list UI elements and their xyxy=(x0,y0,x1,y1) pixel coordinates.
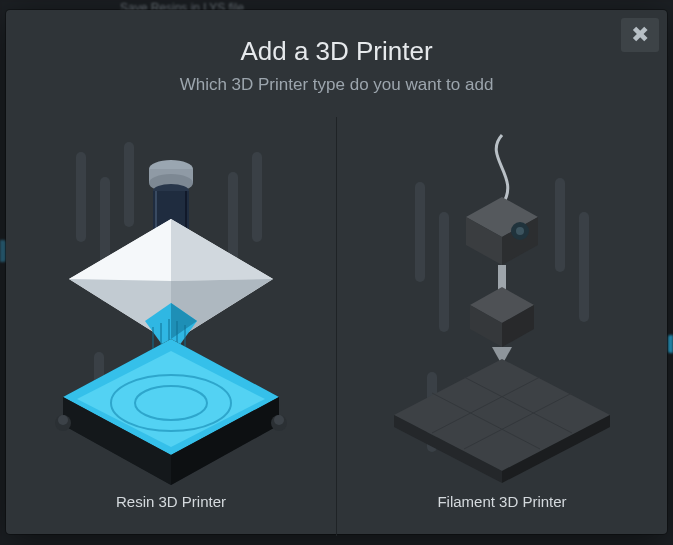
close-button[interactable]: ✖ xyxy=(621,18,659,52)
svg-point-34 xyxy=(274,415,284,425)
resin-printer-icon xyxy=(41,127,301,487)
svg-point-32 xyxy=(58,415,68,425)
modal-header: Add a 3D Printer Which 3D Printer type d… xyxy=(6,10,667,95)
modal-title: Add a 3D Printer xyxy=(6,36,667,67)
svg-marker-53 xyxy=(394,359,610,471)
add-printer-modal: ✖ Add a 3D Printer Which 3D Printer type… xyxy=(6,10,667,534)
printer-type-options: Resin 3D Printer xyxy=(6,117,667,536)
filament-printer-icon xyxy=(372,127,632,487)
option-filament-printer[interactable]: Filament 3D Printer xyxy=(336,117,667,536)
modal-subtitle: Which 3D Printer type do you want to add xyxy=(6,75,667,95)
option-resin-label: Resin 3D Printer xyxy=(116,493,226,510)
svg-point-44 xyxy=(516,227,524,235)
option-filament-label: Filament 3D Printer xyxy=(437,493,566,510)
background-accent xyxy=(668,335,673,353)
option-resin-printer[interactable]: Resin 3D Printer xyxy=(6,117,336,536)
close-icon: ✖ xyxy=(631,24,649,46)
